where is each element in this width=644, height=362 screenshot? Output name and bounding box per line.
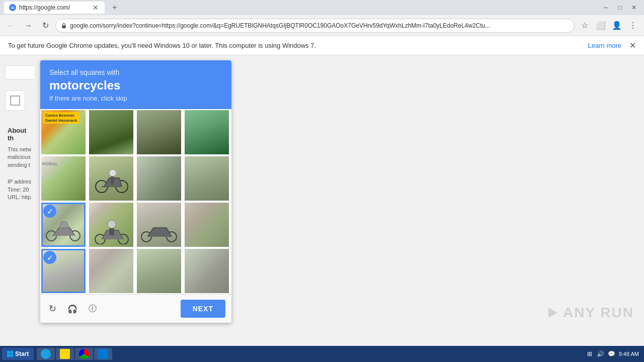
body-text-2: malicious xyxy=(8,153,33,161)
cell-image-10 xyxy=(89,203,133,247)
windows-icon xyxy=(7,351,13,357)
cell-image-5: PORAL xyxy=(41,156,86,201)
left-panel: About th This netw malicious sending t I… xyxy=(0,55,40,346)
cell-image-3 xyxy=(137,110,181,154)
menu-icon[interactable]: ⋮ xyxy=(626,19,640,33)
captcha-cell-2[interactable] xyxy=(88,109,134,155)
svg-rect-16 xyxy=(11,354,14,357)
body-text-3: sending t xyxy=(8,161,33,169)
motorcycle-svg-11 xyxy=(139,218,180,243)
left-text-section: About th This netw malicious sending t I… xyxy=(5,127,35,201)
start-button[interactable]: Start xyxy=(2,348,34,360)
cell-image-12 xyxy=(185,203,229,247)
captcha-cell-3[interactable] xyxy=(136,109,182,155)
captcha-cell-13[interactable]: ✓ xyxy=(40,248,87,294)
minimize-button[interactable]: ─ xyxy=(600,3,612,12)
captcha-select-label: Select all squares with xyxy=(49,68,222,76)
about-heading: About th xyxy=(8,127,33,142)
page-content: About th This netw malicious sending t I… xyxy=(0,55,644,346)
tab-close-button[interactable]: ✕ xyxy=(92,3,100,13)
captcha-cell-6[interactable] xyxy=(88,155,134,202)
info-icon[interactable]: ⓘ xyxy=(87,303,99,315)
captcha-header: Select all squares with motorcycles If t… xyxy=(40,60,231,109)
maximize-button[interactable]: □ xyxy=(614,3,626,12)
captcha-instruction: If there are none, click skip xyxy=(49,95,222,102)
captcha-cell-16[interactable] xyxy=(184,248,230,294)
edge-icon xyxy=(98,349,108,359)
svg-rect-15 xyxy=(7,354,10,357)
captcha-cell-8[interactable] xyxy=(184,155,230,202)
motorcycle-svg-6 xyxy=(92,165,132,193)
back-button[interactable]: ← xyxy=(4,19,18,33)
captcha-cell-9[interactable]: ✓ xyxy=(40,202,87,248)
ip-text: IP addres xyxy=(8,178,33,186)
selected-check-9: ✓ xyxy=(43,205,56,218)
explorer-icon xyxy=(60,349,70,359)
refresh-icon[interactable]: ↻ xyxy=(46,303,58,315)
cell-image-8 xyxy=(185,156,229,201)
system-clock: 9:48 AM xyxy=(619,351,639,357)
url-text: URL: http xyxy=(8,194,33,201)
learn-more-link[interactable]: Learn more xyxy=(588,42,621,49)
captcha-cell-12[interactable] xyxy=(184,202,230,248)
svg-rect-13 xyxy=(7,351,10,354)
captcha-cell-7[interactable] xyxy=(136,155,182,202)
bookmark-star-icon[interactable]: ☆ xyxy=(578,19,592,33)
taskbar-item-chrome[interactable] xyxy=(75,348,93,360)
svg-point-4 xyxy=(109,169,116,176)
chrome-icon xyxy=(79,349,89,359)
cell-image-1: Carlos BronnerDaniel Hasenack xyxy=(41,110,86,154)
captcha-cell-11[interactable] xyxy=(136,202,182,248)
address-bar[interactable]: google.com/sorry/index?continue=https://… xyxy=(55,19,575,33)
motorcycle-svg-10 xyxy=(94,214,129,244)
svg-rect-0 xyxy=(62,25,66,28)
taskbar-tray: ⊞ 🔊 💬 9:48 AM xyxy=(583,350,642,358)
captcha-cell-10[interactable] xyxy=(88,202,134,248)
cast-icon[interactable]: ⬜ xyxy=(594,19,608,33)
captcha-grid: Carlos BronnerDaniel Hasenack PORAL xyxy=(40,109,231,294)
captcha-cell-5[interactable]: PORAL xyxy=(40,155,87,202)
new-tab-button[interactable]: + xyxy=(109,2,121,14)
profile-icon[interactable]: 👤 xyxy=(610,19,624,33)
anyrun-watermark: ANY RUN xyxy=(545,305,634,321)
left-checkbox[interactable] xyxy=(5,90,25,111)
cell-image-15 xyxy=(137,249,181,293)
captcha-subject: motorcycles xyxy=(49,78,222,93)
toolbar: ← → ↻ google.com/sorry/index?continue=ht… xyxy=(0,15,644,36)
motorcycle-svg-9 xyxy=(44,217,84,242)
cell-image-2 xyxy=(89,110,133,154)
banner-close-button[interactable]: ✕ xyxy=(629,41,636,50)
checkbox-inner xyxy=(10,96,20,106)
time-text: Time: 20 xyxy=(8,186,33,194)
taskbar-item-edge[interactable] xyxy=(94,348,112,360)
audio-icon[interactable]: 🎧 xyxy=(66,303,78,315)
network-tray-icon: ⊞ xyxy=(586,350,594,358)
action-center-icon: 💬 xyxy=(608,350,616,358)
captcha-cell-14[interactable] xyxy=(88,248,134,294)
browser-frame: G https://google.com/ ✕ + ─ □ ✕ ← → ↻ go… xyxy=(0,0,644,362)
cell-image-11 xyxy=(137,203,181,247)
banner-text: To get future Google Chrome updates, you… xyxy=(8,42,586,49)
tab-favicon: G xyxy=(9,4,16,11)
reload-button[interactable]: ↻ xyxy=(38,19,52,33)
play-triangle-icon xyxy=(545,306,559,320)
cell-image-6 xyxy=(89,156,133,201)
anyrun-play-icon xyxy=(545,305,560,320)
taskbar-items xyxy=(35,348,581,360)
captcha-cell-4[interactable] xyxy=(184,109,230,155)
next-button[interactable]: NEXT xyxy=(181,300,225,318)
captcha-cell-15[interactable] xyxy=(136,248,182,294)
taskbar-item-ie[interactable] xyxy=(37,348,55,360)
start-label: Start xyxy=(15,350,29,357)
footer-icons: ↻ 🎧 ⓘ xyxy=(46,303,99,315)
tab-title: https://google.com/ xyxy=(19,4,89,11)
body-text-1: This netw xyxy=(8,146,33,153)
taskbar-item-explorer[interactable] xyxy=(56,348,74,360)
forward-button[interactable]: → xyxy=(21,19,35,33)
captcha-cell-1[interactable]: Carlos BronnerDaniel Hasenack xyxy=(40,109,87,155)
close-button[interactable]: ✕ xyxy=(628,3,640,12)
left-search-bar xyxy=(5,65,35,79)
browser-tab[interactable]: G https://google.com/ ✕ xyxy=(4,2,105,14)
captcha-footer: ↻ 🎧 ⓘ NEXT xyxy=(40,294,231,323)
toolbar-actions: ☆ ⬜ 👤 ⋮ xyxy=(578,19,640,33)
